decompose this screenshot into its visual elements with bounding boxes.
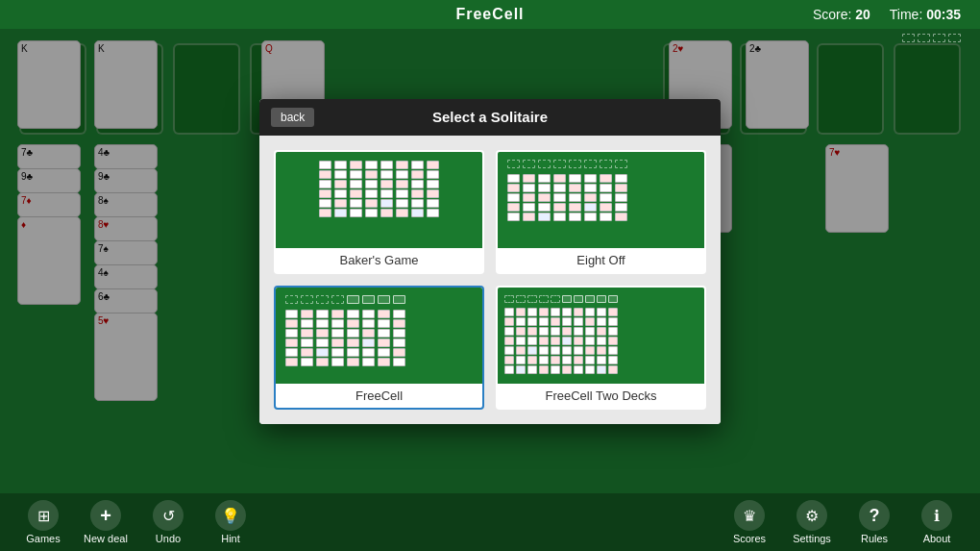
hint-label: Hint	[221, 533, 240, 544]
eight-off-label: Eight Off	[498, 248, 704, 272]
scores-label: Scores	[733, 533, 766, 544]
undo-label: Undo	[156, 533, 181, 544]
preview-col	[319, 161, 331, 218]
settings-label: Settings	[793, 533, 831, 544]
about-label: About	[923, 533, 951, 544]
games-button[interactable]: ⊞ Games	[19, 500, 67, 544]
freecell-label: FreeCell	[276, 384, 482, 408]
score-value: 20	[855, 7, 870, 22]
preview-col	[350, 161, 362, 218]
header: FreeCell Score: 20 Time: 00:35	[0, 0, 980, 29]
option-freecell-two-decks[interactable]: FreeCell Two Decks	[496, 286, 706, 410]
preview-col	[365, 161, 378, 218]
games-label: Games	[26, 533, 60, 544]
modal-header: back Select a Solitaire	[259, 99, 721, 136]
settings-icon: ⚙	[796, 500, 827, 531]
freecell-preview	[276, 288, 482, 384]
scores-button[interactable]: ♛ Scores	[725, 500, 773, 544]
time-display: Time: 00:35	[890, 7, 961, 22]
about-icon: ℹ	[921, 500, 952, 531]
bakers-game-label: Baker's Game	[276, 248, 482, 272]
modal-title: Select a Solitaire	[274, 109, 706, 125]
option-freecell[interactable]: FreeCell	[274, 286, 484, 410]
new-deal-icon: +	[90, 500, 121, 531]
option-bakers-game[interactable]: Baker's Game	[274, 150, 484, 274]
hint-icon: 💡	[215, 500, 246, 531]
about-button[interactable]: ℹ About	[913, 500, 961, 544]
time-value: 00:35	[926, 7, 961, 22]
preview-col	[380, 161, 393, 218]
bottom-bar: ⊞ Games + New deal ↺ Undo 💡 Hint ♛ Score…	[0, 493, 980, 551]
new-deal-button[interactable]: + New deal	[82, 500, 130, 544]
preview-col	[334, 161, 347, 218]
modal-overlay: back Select a Solitaire	[0, 29, 980, 493]
bottom-left-buttons: ⊞ Games + New deal ↺ Undo 💡 Hint	[19, 500, 255, 544]
scores-icon: ♛	[734, 500, 765, 531]
app-title: FreeCell	[455, 6, 524, 23]
modal-back-button[interactable]: back	[271, 108, 314, 127]
bottom-right-buttons: ♛ Scores ⚙ Settings ? Rules ℹ About	[725, 500, 961, 544]
preview-col	[427, 161, 439, 218]
preview-col	[411, 161, 424, 218]
score-display: Score: 20	[813, 7, 870, 22]
undo-icon: ↺	[153, 500, 184, 531]
option-eight-off[interactable]: Eight Off	[496, 150, 706, 274]
rules-label: Rules	[861, 533, 888, 544]
undo-button[interactable]: ↺ Undo	[144, 500, 192, 544]
rules-button[interactable]: ? Rules	[850, 500, 898, 544]
select-solitaire-modal: back Select a Solitaire	[259, 99, 721, 424]
rules-icon: ?	[859, 500, 890, 531]
freecell-two-decks-label: FreeCell Two Decks	[498, 384, 704, 408]
score-area: Score: 20 Time: 00:35	[813, 7, 961, 22]
time-label: Time:	[890, 7, 922, 22]
freecell-two-decks-preview	[498, 288, 704, 384]
hint-button[interactable]: 💡 Hint	[207, 500, 255, 544]
settings-button[interactable]: ⚙ Settings	[788, 500, 836, 544]
bakers-game-preview	[276, 152, 482, 248]
modal-content: Baker's Game	[259, 136, 721, 424]
games-icon: ⊞	[28, 500, 59, 531]
new-deal-label: New deal	[84, 533, 128, 544]
score-label: Score:	[813, 7, 851, 22]
preview-col	[396, 161, 408, 218]
eight-off-preview	[498, 152, 704, 248]
